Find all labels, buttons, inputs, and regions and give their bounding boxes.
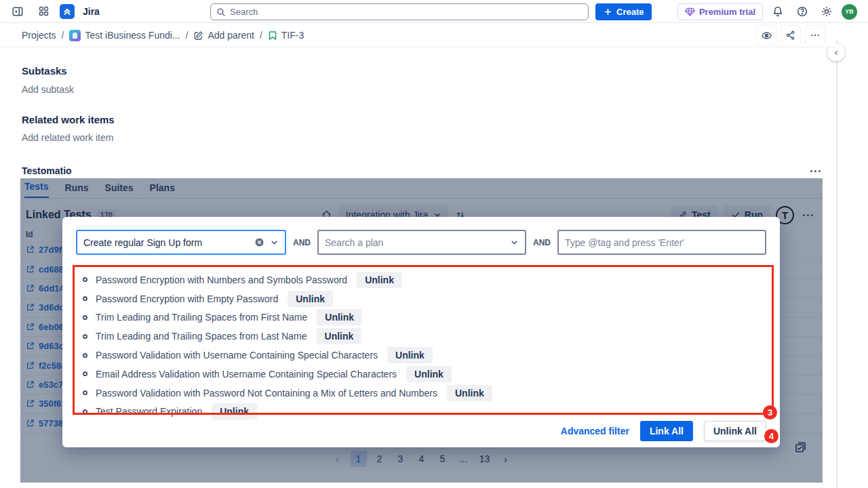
user-avatar[interactable]: YB	[842, 4, 857, 20]
global-search[interactable]	[210, 3, 589, 20]
right-panel-divider	[836, 41, 837, 488]
list-item: Password Validation with Password Not Co…	[83, 384, 760, 403]
app-name: Jira	[83, 6, 100, 17]
linked-test-list: Password Encryption with Numbers and Sym…	[83, 270, 760, 421]
project-avatar-icon	[69, 30, 81, 41]
test-name: Trim Leading and Trailing Spaces from La…	[96, 331, 307, 342]
test-name: Test Password Expiration	[96, 406, 202, 417]
advanced-filter-link[interactable]: Advanced filter	[561, 426, 629, 436]
breadcrumb-project[interactable]: Test iBusiness Fundi...	[69, 30, 180, 41]
and-label: AND	[530, 238, 553, 247]
clear-icon[interactable]	[254, 237, 264, 247]
unlink-button[interactable]: Unlink	[317, 328, 362, 344]
chevron-down-icon[interactable]	[510, 238, 519, 247]
unlink-button[interactable]: Unlink	[387, 347, 433, 363]
list-item: Trim Leading and Trailing Spaces from Fi…	[83, 308, 760, 327]
bullet-icon	[83, 315, 87, 320]
top-navigation-bar: Jira Create Premium trial YB	[0, 0, 868, 23]
bookmark-icon	[268, 30, 277, 41]
test-name: Trim Leading and Trailing Spaces from Fi…	[96, 312, 307, 323]
bullet-icon	[83, 277, 87, 282]
test-name: Password Encryption with Empty Password	[96, 293, 278, 304]
related-items-heading: Related work items	[22, 114, 115, 125]
list-item: Password Encryption with Empty PasswordU…	[83, 289, 760, 308]
modal-filter-row: Create regular Sign Up form AND AND	[76, 230, 766, 255]
bullet-icon	[83, 409, 87, 414]
create-button[interactable]: Create	[595, 3, 652, 20]
unlink-button[interactable]: Unlink	[317, 309, 362, 325]
sidebar-toggle-icon[interactable]	[8, 2, 27, 21]
jira-logo-icon[interactable]	[60, 4, 75, 19]
search-input[interactable]	[230, 7, 583, 17]
testomatio-heading: Testomatio	[22, 165, 72, 176]
unlink-button[interactable]: Unlink	[212, 403, 257, 420]
tag-input[interactable]	[565, 237, 759, 248]
list-item: Test Password ExpirationUnlink	[83, 403, 760, 422]
list-item: Password Validation with Username Contai…	[83, 346, 760, 365]
add-subtask-link[interactable]: Add subtask	[22, 84, 74, 95]
and-label: AND	[290, 238, 313, 247]
tag-filter-field[interactable]	[557, 230, 766, 255]
annotation-badge-4: 4	[764, 429, 778, 443]
unlink-button[interactable]: Unlink	[406, 366, 452, 382]
bullet-icon	[83, 390, 87, 395]
list-item: Trim Leading and Trailing Spaces from La…	[83, 327, 760, 346]
breadcrumb-projects[interactable]: Projects	[22, 30, 56, 41]
annotation-badge-3: 3	[763, 405, 777, 420]
premium-trial-button[interactable]: Premium trial	[677, 3, 763, 20]
bullet-icon	[83, 296, 87, 301]
watch-eye-icon[interactable]	[756, 25, 776, 45]
breadcrumb-row: Projects / Test iBusiness Fundi... / Add…	[0, 24, 836, 47]
breadcrumb-issue-key[interactable]: TIF-3	[268, 30, 304, 41]
test-filter-value: Create regular Sign Up form	[83, 237, 249, 248]
unlink-button[interactable]: Unlink	[288, 291, 333, 307]
share-icon[interactable]	[781, 25, 801, 45]
test-name: Password Validation with Password Not Co…	[96, 388, 437, 399]
test-name: Password Encryption with Numbers and Sym…	[96, 274, 347, 285]
bullet-icon	[83, 371, 87, 376]
add-related-item-link[interactable]: Add related work item	[22, 132, 113, 143]
settings-gear-icon[interactable]	[817, 2, 836, 21]
unlink-button[interactable]: Unlink	[357, 272, 402, 288]
testomatio-more-icon[interactable]	[806, 164, 825, 178]
unlink-button[interactable]: Unlink	[447, 385, 492, 401]
add-parent-button[interactable]: Add parent	[193, 30, 254, 41]
test-filter-select[interactable]: Create regular Sign Up form	[76, 230, 286, 255]
list-item: Email Address Validation with Username C…	[83, 365, 760, 384]
test-name: Password Validation with Username Contai…	[96, 350, 378, 361]
bullet-icon	[83, 353, 87, 358]
edit-icon	[193, 30, 203, 41]
chevron-down-icon[interactable]	[270, 238, 279, 247]
app-switcher-icon[interactable]	[34, 2, 53, 21]
bullet-icon	[83, 334, 87, 339]
modal-footer: Advanced filter Link All Unlink All	[561, 420, 766, 442]
plan-filter-select[interactable]	[317, 230, 526, 255]
gem-icon	[685, 7, 695, 16]
breadcrumb: Projects / Test iBusiness Fundi... / Add…	[22, 30, 304, 41]
unlink-all-button[interactable]: Unlink All	[704, 421, 766, 441]
notifications-icon[interactable]	[768, 2, 787, 21]
link-all-button[interactable]: Link All	[640, 421, 693, 441]
subtasks-heading: Subtasks	[22, 65, 67, 77]
list-item: Password Encryption with Numbers and Sym…	[83, 270, 760, 289]
test-name: Email Address Validation with Username C…	[96, 369, 397, 380]
link-tests-modal: Create regular Sign Up form AND AND Pass…	[62, 217, 780, 447]
search-icon	[216, 7, 226, 17]
help-icon[interactable]	[793, 2, 812, 21]
more-actions-icon[interactable]	[805, 25, 825, 45]
plan-search-input[interactable]	[325, 237, 505, 248]
